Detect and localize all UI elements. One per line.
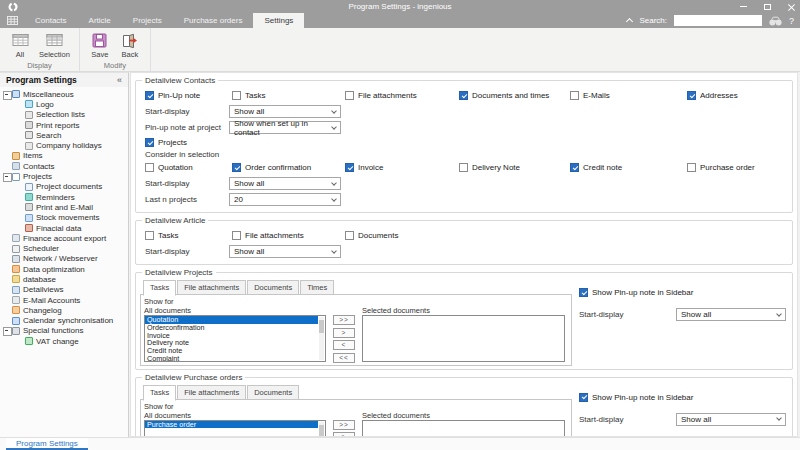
purchase-tab-file-attachments[interactable]: File attachments [177,385,246,400]
clock-icon [12,245,20,253]
tree-item-company-holidays[interactable]: Company holidays [0,140,128,150]
tree-item-project-documents[interactable]: Project documents [0,182,128,192]
ribbon-button-selection[interactable]: Selection [36,30,73,59]
ribbon-tab-contacts[interactable]: Contacts [24,13,78,28]
purchase-move-all-right-button[interactable]: >> [333,420,355,430]
projects-tab-file-attachments[interactable]: File attachments [177,280,246,295]
purchase-tab-documents[interactable]: Documents [247,385,299,400]
ribbon-tab-projects[interactable]: Projects [122,13,173,28]
ribbon-tabs: ContactsArticleProjectsPurchase ordersSe… [24,13,304,28]
projects-tab-tasks[interactable]: Tasks [143,280,176,296]
projects-credit-note-checkbox[interactable]: Credit note [570,163,687,172]
purchase-start-display-select[interactable]: Show all [676,413,786,426]
network-icon [12,255,20,263]
projects-checkbox[interactable]: Projects [145,138,187,147]
help-icon[interactable]: ? [789,16,794,26]
expander-icon[interactable] [2,327,11,334]
list-item[interactable]: Purchase order [145,421,318,429]
projects-start-display-select[interactable]: Show all [676,308,786,321]
projects-move-left-button[interactable]: < [333,340,355,350]
contacts-file-attachments-checkbox[interactable]: File attachments [345,91,459,100]
tree-item-e-mail-accounts[interactable]: E-Mail Accounts [0,295,128,305]
contacts-start-display-select[interactable]: Show all [229,105,341,118]
tree-item-database[interactable]: database [0,274,128,284]
list-item[interactable]: Complaint [145,355,318,362]
projects-move-all-left-button[interactable]: << [333,353,355,363]
tree-item-finacial-data[interactable]: Finacial data [0,223,128,233]
tree-item-network-webserver[interactable]: Network / Webserver [0,254,128,264]
expander-icon[interactable] [2,173,11,180]
article-tasks-checkbox[interactable]: Tasks [145,231,232,240]
projects-invoice-checkbox[interactable]: Invoice [345,163,459,172]
projects-show-pinup-note-checkbox[interactable]: Show Pin-up note in Sidebar [579,288,693,297]
collapse-ribbon-icon[interactable] [626,18,633,25]
list-item[interactable]: Orderconfirmation [145,324,318,332]
ribbon-tab-settings[interactable]: Settings [253,13,304,28]
app-menu-grid-icon[interactable] [0,13,24,28]
projects-all-documents-list[interactable]: QuotationOrderconfirmationInvoiceDeliver… [144,315,326,362]
tree-item-data-optimization[interactable]: Data optimization [0,264,128,274]
maximize-icon[interactable] [762,2,772,12]
contacts-pin-up-note-checkbox[interactable]: Pin-Up note [145,91,232,100]
projects-tab-documents[interactable]: Documents [247,280,299,295]
projects-delivery-note-checkbox[interactable]: Delivery Note [459,163,570,172]
projects-selected-documents-list[interactable] [362,315,565,362]
list-item[interactable]: Invoice [145,332,318,340]
purchase-tab-tasks[interactable]: Tasks [143,385,176,401]
purchase-selected-documents-list[interactable] [362,420,565,438]
tree-item-print-and-e-mail[interactable]: Print and E-Mail [0,202,128,212]
tree-item-vat-change[interactable]: VAT change [0,336,128,346]
last-n-projects-select[interactable]: 20 [229,193,341,206]
projects-order-confirmation-checkbox[interactable]: Order confirmation [232,163,345,172]
pinup-note-at-project-select[interactable]: Show when set up in contact [229,121,341,134]
contacts-projects-start-display-select[interactable]: Show all [229,177,341,190]
projects-move-right-button[interactable]: > [333,328,355,338]
contacts-addresses-checkbox[interactable]: Addresses [687,91,788,100]
scrollbar[interactable] [319,422,324,438]
tree-item-items[interactable]: Items [0,151,128,161]
article-file-attachments-checkbox[interactable]: File attachments [232,231,345,240]
ribbon-tab-purchase-orders[interactable]: Purchase orders [173,13,254,28]
tree-item-print-reports[interactable]: Print reports [0,120,128,130]
purchase-show-pinup-note-checkbox[interactable]: Show Pin-up note in Sidebar [579,393,693,402]
statusbar-tab-program-settings[interactable]: Program Settings [6,438,88,450]
tree-item-contacts[interactable]: Contacts [0,161,128,171]
sidebar-collapse-icon[interactable]: « [117,75,122,85]
tree-item-logo[interactable]: Logo [0,99,128,109]
tree-item-selection-lists[interactable]: Selection lists [0,110,128,120]
tree-item-reminders[interactable]: Reminders [0,192,128,202]
purchase-all-documents-list[interactable]: Purchase order [144,420,326,438]
close-icon[interactable] [786,2,796,12]
projects-tab-times[interactable]: Times [300,280,334,295]
ribbon-button-save[interactable]: Save [86,30,114,59]
search-input[interactable] [674,15,762,26]
tree-item-miscellaneous[interactable]: Miscellaneous [0,89,128,99]
list-item[interactable]: Credit note [145,347,318,355]
scrollbar[interactable] [319,317,324,360]
tree-item-calendar-synchronisation[interactable]: Calendar synchronisation [0,316,128,326]
tree-item-detailviews[interactable]: Detailviews [0,285,128,295]
tree-item-scheduler[interactable]: Scheduler [0,243,128,253]
article-start-display-select[interactable]: Show all [229,245,341,258]
projects-purchase-order-checkbox[interactable]: Purchase order [687,163,788,172]
list-item[interactable]: Quotation [145,316,318,324]
ribbon-tab-article[interactable]: Article [78,13,122,28]
minimize-icon[interactable] [738,2,748,12]
expander-icon[interactable] [2,91,11,98]
tree-item-special-functions[interactable]: Special functions [0,326,128,336]
contacts-tasks-checkbox[interactable]: Tasks [232,91,345,100]
contacts-e-mails-checkbox[interactable]: E-Mails [570,91,687,100]
ribbon-button-all[interactable]: All [6,30,34,59]
tree-item-changelog[interactable]: Changelog [0,305,128,315]
ribbon-button-back[interactable]: Back [116,30,144,59]
binoculars-icon[interactable] [769,12,782,30]
tree-item-search[interactable]: Search [0,130,128,140]
tree-item-stock-movements[interactable]: Stock movements [0,213,128,223]
article-documents-checkbox[interactable]: Documents [345,231,459,240]
projects-move-all-right-button[interactable]: >> [333,315,355,325]
tree-item-projects[interactable]: Projects [0,171,128,181]
projects-quotation-checkbox[interactable]: Quotation [145,163,232,172]
contacts-documents-and-times-checkbox[interactable]: Documents and times [459,91,570,100]
tree-item-finance-account-export[interactable]: Finance account export [0,233,128,243]
list-item[interactable]: Delivery note [145,339,318,347]
